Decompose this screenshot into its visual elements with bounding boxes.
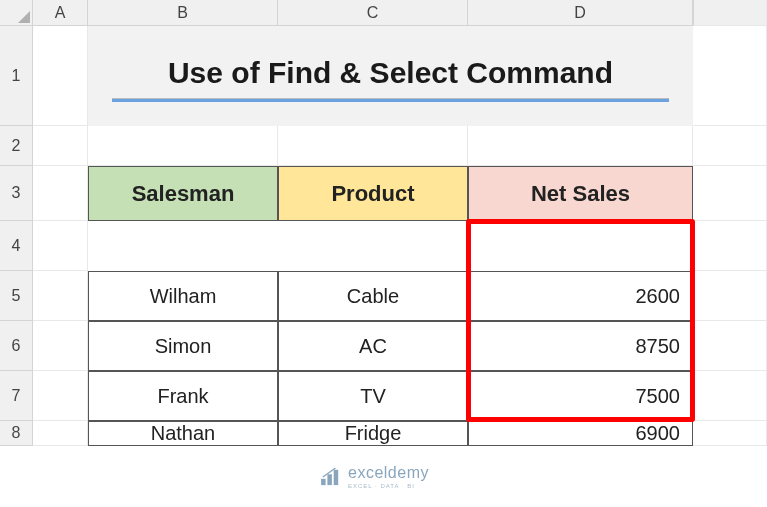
cell-blank-5[interactable] <box>693 271 767 321</box>
title-merged-cell[interactable]: Use of Find & Select Command <box>88 26 693 126</box>
cell-netsales-2[interactable]: 7500 <box>468 371 693 421</box>
cell-A5[interactable] <box>33 271 88 321</box>
cell-A8[interactable] <box>33 421 88 446</box>
col-header-A[interactable]: A <box>33 0 88 26</box>
row-header-5[interactable]: 5 <box>0 271 33 321</box>
svg-rect-1 <box>327 474 332 485</box>
cell-product-2[interactable]: TV <box>278 371 468 421</box>
logo: exceldemy EXCEL · DATA · BI <box>320 465 429 489</box>
cell-blank-4[interactable] <box>693 221 767 271</box>
cell-blank-6[interactable] <box>693 321 767 371</box>
spreadsheet-grid: A B C D 1 Use of Find & Select Command 2… <box>0 0 767 446</box>
cell-product-3[interactable]: Fridge <box>278 421 468 446</box>
cell-A4[interactable] <box>33 221 88 271</box>
cell-netsales-0[interactable]: 2600 <box>468 271 693 321</box>
title-underline <box>112 98 669 102</box>
chart-icon <box>320 468 342 486</box>
svg-rect-2 <box>334 470 339 485</box>
cell-salesman-1[interactable]: Simon <box>88 321 278 371</box>
row-header-4[interactable]: 4 <box>0 221 33 271</box>
cell-C2[interactable] <box>278 126 468 166</box>
cell-A2[interactable] <box>33 126 88 166</box>
cell-salesman-0[interactable]: Wilham <box>88 271 278 321</box>
cell-salesman-2[interactable]: Frank <box>88 371 278 421</box>
row-header-7[interactable]: 7 <box>0 371 33 421</box>
cell-blank-3[interactable] <box>693 166 767 221</box>
cell-netsales-1[interactable]: 8750 <box>468 321 693 371</box>
header-netsales[interactable]: Net Sales <box>468 166 693 221</box>
col-header-B[interactable]: B <box>88 0 278 26</box>
cell-A1[interactable] <box>33 26 88 126</box>
header-product[interactable]: Product <box>278 166 468 221</box>
col-header-D[interactable]: D <box>468 0 693 26</box>
col-header-blank <box>693 0 767 26</box>
logo-name: exceldemy <box>348 465 429 481</box>
row-header-8[interactable]: 8 <box>0 421 33 446</box>
row-header-6[interactable]: 6 <box>0 321 33 371</box>
select-all-corner[interactable] <box>0 0 33 26</box>
row-header-3[interactable]: 3 <box>0 166 33 221</box>
cell-blank-7[interactable] <box>693 371 767 421</box>
cell-product-1[interactable]: AC <box>278 321 468 371</box>
cell-salesman-3[interactable]: Nathan <box>88 421 278 446</box>
row-header-2[interactable]: 2 <box>0 126 33 166</box>
cell-D2[interactable] <box>468 126 693 166</box>
cell-netsales-3[interactable]: 6900 <box>468 421 693 446</box>
logo-tagline: EXCEL · DATA · BI <box>348 483 429 489</box>
cell-blank-2[interactable] <box>693 126 767 166</box>
svg-rect-0 <box>321 479 326 485</box>
cell-A7[interactable] <box>33 371 88 421</box>
row-header-1[interactable]: 1 <box>0 26 33 126</box>
header-salesman[interactable]: Salesman <box>88 166 278 221</box>
page-title: Use of Find & Select Command <box>168 56 613 90</box>
cell-product-0[interactable]: Cable <box>278 271 468 321</box>
cell-A6[interactable] <box>33 321 88 371</box>
col-header-C[interactable]: C <box>278 0 468 26</box>
cell-A3[interactable] <box>33 166 88 221</box>
cell-blank-8[interactable] <box>693 421 767 446</box>
cell-B2[interactable] <box>88 126 278 166</box>
cell-blank-1[interactable] <box>693 26 767 126</box>
